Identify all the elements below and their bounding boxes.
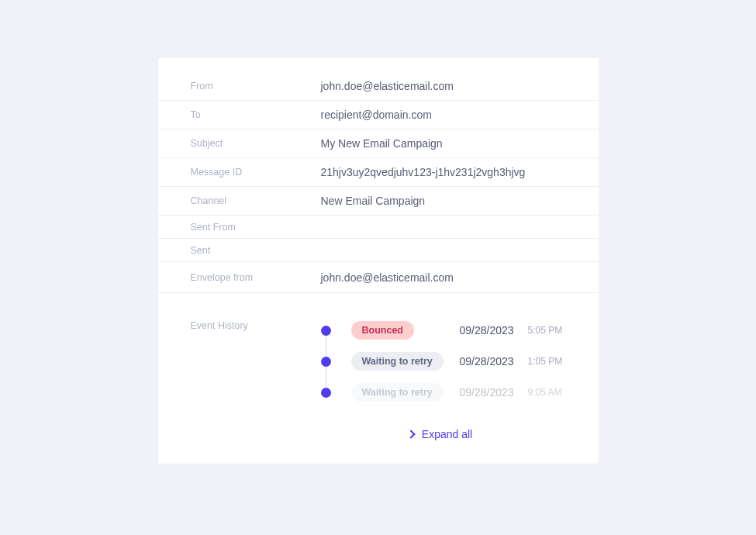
timeline-dot-icon bbox=[321, 388, 331, 398]
row-sentfrom: Sent From bbox=[158, 216, 599, 239]
label-sent: Sent bbox=[191, 245, 321, 256]
label-channel: Channel bbox=[191, 195, 321, 206]
row-to: To recipient@domain.com bbox=[158, 101, 599, 129]
event-time: 9:05 AM bbox=[528, 387, 562, 398]
label-messageid: Message ID bbox=[191, 167, 321, 178]
event-row[interactable]: Waiting to retry 09/28/2023 9:05 AM bbox=[321, 377, 566, 408]
label-from: From bbox=[191, 81, 321, 91]
label-to: To bbox=[191, 109, 321, 120]
timeline: Bounced 09/28/2023 5:05 PM Waiting to re… bbox=[321, 315, 566, 408]
label-subject: Subject bbox=[191, 138, 321, 149]
status-badge: Bounced bbox=[351, 321, 414, 340]
row-from: From john.doe@elasticemail.com bbox=[158, 72, 599, 101]
timeline-dot-icon bbox=[321, 357, 331, 367]
label-event-history: Event History bbox=[191, 315, 321, 408]
event-row[interactable]: Waiting to retry 09/28/2023 1:05 PM bbox=[321, 346, 566, 377]
row-channel: Channel New Email Campaign bbox=[158, 187, 599, 216]
event-date: 09/28/2023 bbox=[460, 386, 528, 399]
timeline-dot-icon bbox=[321, 326, 331, 336]
event-row[interactable]: Bounced 09/28/2023 5:05 PM bbox=[321, 315, 566, 346]
row-sent: Sent bbox=[158, 239, 599, 262]
label-sentfrom: Sent From bbox=[191, 222, 321, 233]
event-history-section: Event History Bounced 09/28/2023 5:05 PM… bbox=[158, 293, 599, 408]
event-date: 09/28/2023 bbox=[460, 324, 528, 337]
row-envelope: Envelope from john.doe@elasticemail.com bbox=[158, 262, 599, 293]
event-time: 5:05 PM bbox=[528, 325, 563, 336]
value-messageid: 21hjv3uy2qvedjuhv123-j1hv231j2vgh3hjvg bbox=[321, 166, 526, 178]
event-time: 1:05 PM bbox=[528, 356, 563, 367]
expand-all-label: Expand all bbox=[422, 428, 472, 440]
value-to: recipient@domain.com bbox=[321, 109, 432, 121]
value-channel: New Email Campaign bbox=[321, 195, 426, 207]
status-badge: Waiting to retry bbox=[351, 352, 444, 371]
chevron-right-icon bbox=[406, 430, 415, 438]
expand-all-button[interactable]: Expand all bbox=[158, 428, 599, 440]
row-subject: Subject My New Email Campaign bbox=[158, 129, 599, 158]
label-envelope: Envelope from bbox=[191, 272, 321, 283]
value-from: john.doe@elasticemail.com bbox=[321, 80, 454, 92]
status-badge: Waiting to retry bbox=[351, 383, 444, 402]
value-envelope: john.doe@elasticemail.com bbox=[321, 271, 454, 284]
value-subject: My New Email Campaign bbox=[321, 137, 443, 150]
event-date: 09/28/2023 bbox=[460, 355, 528, 368]
email-details-card: From john.doe@elasticemail.com To recipi… bbox=[158, 58, 599, 464]
row-messageid: Message ID 21hjv3uy2qvedjuhv123-j1hv231j… bbox=[158, 158, 599, 187]
